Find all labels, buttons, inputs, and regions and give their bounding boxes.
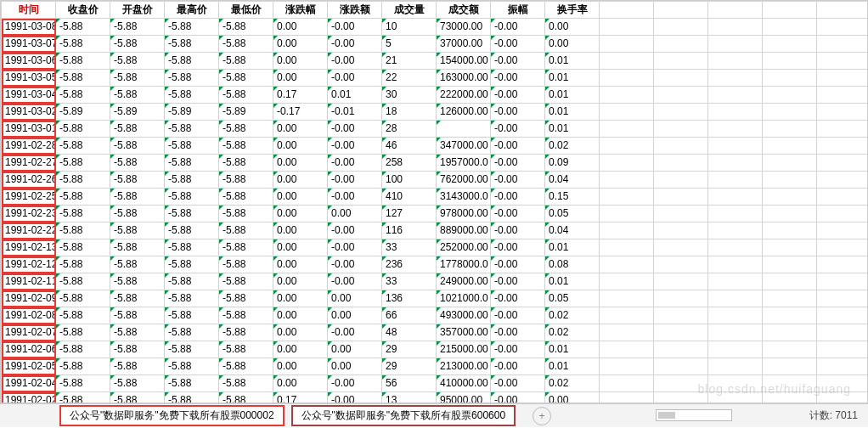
date-cell[interactable]: 1991-02-25 [2, 189, 56, 206]
data-cell[interactable]: -5.89 [165, 104, 219, 121]
data-cell[interactable]: -5.88 [110, 324, 165, 341]
data-cell[interactable]: 0.00 [273, 307, 328, 324]
data-cell[interactable]: 0.17 [273, 87, 328, 104]
data-cell[interactable]: -0.00 [491, 324, 545, 341]
date-cell[interactable]: 1991-02-04 [2, 375, 56, 392]
data-cell[interactable]: 0.04 [545, 222, 600, 239]
data-cell[interactable]: -5.88 [219, 341, 273, 358]
data-cell[interactable]: 0.00 [273, 138, 328, 155]
data-cell[interactable] [654, 206, 708, 222]
data-cell[interactable] [763, 19, 817, 36]
data-cell[interactable]: -5.88 [110, 392, 165, 404]
data-cell[interactable] [708, 138, 763, 155]
data-cell[interactable] [654, 375, 708, 392]
data-cell[interactable]: 0.00 [273, 256, 328, 273]
data-cell[interactable]: 222000.00 [437, 87, 491, 104]
data-cell[interactable] [817, 307, 869, 324]
sheet-tab-000002[interactable]: 公众号"数据即服务"免费下载所有股票000002 [59, 405, 285, 426]
data-cell[interactable]: -5.88 [110, 239, 165, 256]
data-cell[interactable]: 215000.00 [437, 341, 491, 358]
data-cell[interactable]: 0.00 [328, 307, 382, 324]
data-cell[interactable]: 0.02 [545, 307, 600, 324]
data-cell[interactable]: -5.88 [165, 53, 219, 70]
date-cell[interactable]: 1991-03-01 [2, 121, 56, 138]
data-cell[interactable]: -5.88 [56, 256, 110, 273]
data-cell[interactable]: -0.00 [491, 256, 545, 273]
data-cell[interactable] [654, 172, 708, 189]
data-cell[interactable] [817, 392, 869, 404]
data-cell[interactable] [654, 273, 708, 290]
data-cell[interactable] [763, 222, 817, 239]
data-cell[interactable]: -5.88 [219, 239, 273, 256]
data-cell[interactable]: -0.00 [491, 375, 545, 392]
data-cell[interactable]: 136 [382, 290, 437, 307]
data-cell[interactable] [654, 19, 708, 36]
data-cell[interactable] [708, 189, 763, 206]
data-cell[interactable] [600, 307, 654, 324]
data-cell[interactable] [654, 358, 708, 375]
data-cell[interactable]: -5.88 [56, 138, 110, 155]
data-cell[interactable]: 1957000.0 [437, 155, 491, 172]
data-cell[interactable] [600, 53, 654, 70]
data-cell[interactable]: 0.02 [545, 375, 600, 392]
data-cell[interactable]: 0.05 [545, 290, 600, 307]
data-cell[interactable] [600, 239, 654, 256]
data-cell[interactable]: -0.00 [491, 104, 545, 121]
date-cell[interactable]: 1991-02-28 [2, 138, 56, 155]
data-cell[interactable]: -5.88 [110, 273, 165, 290]
data-cell[interactable]: 0.00 [273, 341, 328, 358]
data-cell[interactable] [654, 155, 708, 172]
table-row[interactable]: 1991-02-06-5.88-5.88-5.88-5.880.000.0029… [2, 341, 869, 358]
data-cell[interactable]: -0.00 [328, 36, 382, 53]
data-cell[interactable] [817, 87, 869, 104]
data-cell[interactable] [708, 121, 763, 138]
data-cell[interactable]: 0.04 [545, 172, 600, 189]
data-cell[interactable]: 410000.00 [437, 375, 491, 392]
col-header[interactable]: 成交量 [382, 2, 437, 19]
data-cell[interactable]: 5 [382, 36, 437, 53]
data-cell[interactable]: -5.88 [165, 70, 219, 87]
data-cell[interactable]: -5.88 [56, 324, 110, 341]
data-cell[interactable] [600, 375, 654, 392]
data-cell[interactable]: -5.88 [219, 273, 273, 290]
data-cell[interactable] [708, 172, 763, 189]
data-cell[interactable]: -0.00 [328, 273, 382, 290]
date-cell[interactable]: 1991-02-09 [2, 290, 56, 307]
data-cell[interactable] [654, 341, 708, 358]
data-cell[interactable]: 0.00 [273, 70, 328, 87]
data-cell[interactable]: -5.88 [56, 53, 110, 70]
data-cell[interactable]: -0.00 [491, 206, 545, 222]
data-cell[interactable] [763, 104, 817, 121]
date-cell[interactable]: 1991-02-23 [2, 206, 56, 222]
data-cell[interactable]: 18 [382, 104, 437, 121]
data-cell[interactable]: -5.88 [56, 87, 110, 104]
data-cell[interactable]: 0.00 [328, 290, 382, 307]
data-cell[interactable]: 0.00 [273, 375, 328, 392]
data-cell[interactable] [817, 155, 869, 172]
data-cell[interactable]: 410 [382, 189, 437, 206]
date-cell[interactable]: 1991-02-02 [2, 392, 56, 404]
data-cell[interactable]: -5.88 [165, 341, 219, 358]
data-cell[interactable] [654, 53, 708, 70]
date-cell[interactable]: 1991-02-12 [2, 256, 56, 273]
data-cell[interactable] [708, 358, 763, 375]
date-cell[interactable]: 1991-02-07 [2, 324, 56, 341]
data-cell[interactable]: -5.88 [165, 172, 219, 189]
col-header[interactable]: 振幅 [491, 2, 545, 19]
data-cell[interactable] [817, 341, 869, 358]
data-cell[interactable]: -5.88 [165, 189, 219, 206]
data-cell[interactable]: -5.88 [56, 36, 110, 53]
data-cell[interactable] [600, 206, 654, 222]
data-cell[interactable]: -5.88 [219, 189, 273, 206]
data-cell[interactable] [708, 104, 763, 121]
date-cell[interactable]: 1991-03-08 [2, 19, 56, 36]
data-cell[interactable] [817, 172, 869, 189]
data-cell[interactable]: -5.88 [56, 290, 110, 307]
data-cell[interactable] [763, 290, 817, 307]
data-cell[interactable]: 0.01 [545, 87, 600, 104]
data-cell[interactable]: 762000.00 [437, 172, 491, 189]
data-cell[interactable] [708, 53, 763, 70]
data-cell[interactable]: 0.00 [545, 392, 600, 404]
data-cell[interactable] [817, 138, 869, 155]
data-cell[interactable]: -0.00 [328, 53, 382, 70]
